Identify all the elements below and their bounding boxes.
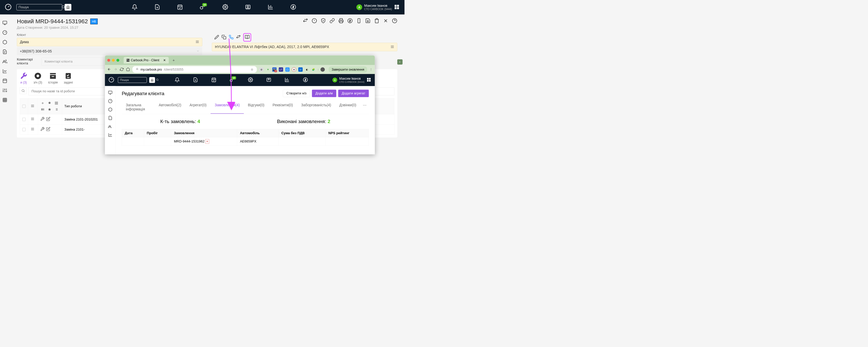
create-order-button[interactable]: Створити н/з [283, 90, 310, 97]
edit-icon[interactable] [46, 127, 51, 132]
new-tab-button[interactable]: + [173, 58, 175, 62]
ext-icon-1[interactable]: ⊘ [259, 67, 264, 72]
wrench-icon[interactable] [40, 127, 45, 132]
sidebar-sliders-icon[interactable] [0, 86, 9, 95]
edit-pencil-icon[interactable] [214, 35, 219, 40]
ext-icon-3[interactable]: 📷10 [272, 67, 277, 72]
inner-side-invoice-icon[interactable] [105, 114, 115, 122]
save-icon[interactable] [365, 18, 371, 24]
order-tab-history[interactable]: історія [48, 72, 58, 85]
contact-card-icon[interactable] [245, 4, 251, 10]
row-menu-icon[interactable] [31, 128, 34, 132]
tab-more[interactable]: ⋯ [360, 101, 369, 114]
edit-icon[interactable] [46, 117, 51, 122]
dollar-icon[interactable] [290, 4, 296, 10]
site-settings-icon[interactable] [136, 67, 138, 71]
apps-grid-icon[interactable] [394, 4, 400, 10]
book-open-icon[interactable] [245, 38, 250, 40]
inner-search-box[interactable] [118, 77, 147, 83]
tab-reviews[interactable]: Відгуки(0) [244, 101, 269, 114]
inner-dollar-icon[interactable] [303, 77, 308, 83]
chart-bar-icon[interactable] [268, 4, 273, 10]
ext-icon-2[interactable]: ▼ [266, 67, 270, 72]
inner-side-monitor-icon[interactable] [105, 88, 115, 97]
logo-speedometer-icon[interactable] [5, 4, 17, 11]
calendar-check-icon[interactable] [177, 4, 183, 10]
ext-icon-7[interactable]: U [298, 67, 303, 72]
tab-general[interactable]: Загальна інформація [122, 101, 155, 114]
inner-chart-icon[interactable] [284, 77, 290, 83]
tab-units[interactable]: Агрегат(0) [185, 101, 211, 114]
list-icon[interactable] [54, 107, 59, 112]
ext-icon-6[interactable]: ⊛ [292, 67, 296, 72]
add-document-icon[interactable] [154, 4, 160, 10]
inner-search-icon[interactable] [156, 78, 159, 82]
back-icon[interactable] [107, 67, 111, 72]
sidebar-monitor-icon[interactable] [0, 18, 9, 28]
print-icon[interactable] [339, 18, 344, 24]
transfer-icon[interactable] [303, 18, 308, 24]
tab-requisites[interactable]: Реквізити(0) [269, 101, 297, 114]
minimize-button[interactable]: ▾ [397, 59, 403, 65]
inner-contact-icon[interactable] [266, 77, 271, 83]
tab-debt[interactable]: Заборгованість(4) [297, 101, 335, 114]
inner-logo-icon[interactable] [108, 77, 118, 83]
menu-lines-icon[interactable] [195, 40, 199, 44]
star-icon[interactable] [47, 107, 52, 112]
home-icon[interactable] [126, 67, 130, 72]
vehicle-menu-icon[interactable] [390, 45, 394, 49]
checkbox-row[interactable] [22, 128, 26, 131]
inner-side-analytics-icon[interactable] [105, 131, 115, 139]
forward-icon[interactable] [114, 67, 117, 72]
traffic-yellow[interactable] [112, 59, 115, 62]
work-search-icon[interactable] [20, 87, 26, 94]
inner-key-icon[interactable]: 10 [230, 77, 235, 83]
url-bar[interactable]: my.carbook.pro/client/533055 ☆ [132, 66, 257, 73]
inner-bank-button[interactable] [149, 77, 155, 83]
profile-avatar-icon[interactable] [320, 67, 325, 72]
alert-circle-icon[interactable] [312, 18, 317, 24]
sidebar-calendar-icon[interactable] [0, 76, 9, 86]
star-bookmark-icon[interactable]: ☆ [251, 67, 253, 71]
dollar-action-icon[interactable] [347, 18, 353, 24]
sidebar-box-icon[interactable] [0, 37, 9, 47]
grid-small-icon[interactable] [54, 101, 59, 106]
key-icon[interactable]: 10 [200, 4, 205, 10]
ext-icon-8[interactable]: ◐ [305, 67, 309, 72]
skull-icon[interactable] [47, 101, 52, 106]
gear-icon[interactable] [222, 4, 228, 10]
order-tab-parts[interactable]: з/ч (3) [34, 72, 42, 85]
bank-button[interactable] [65, 4, 71, 10]
inner-gear-icon[interactable] [248, 77, 253, 83]
add-car-button[interactable]: Додати а/м [312, 90, 336, 97]
chevron-down-icon[interactable] [196, 49, 199, 53]
cell-order[interactable]: MRD-9444-1531962 + [171, 137, 237, 146]
browser-menu-icon[interactable]: ⋮ [370, 68, 372, 71]
trash-icon[interactable] [374, 18, 379, 24]
client-name-field[interactable]: Дима [17, 38, 202, 46]
close-tab-icon[interactable]: ✕ [163, 58, 166, 62]
user-area[interactable]: А Максим Іванов СТО CARBOOK (9444) [356, 4, 400, 10]
row-menu-icon[interactable] [31, 118, 34, 122]
link-icon[interactable] [330, 18, 335, 24]
search-input[interactable] [19, 5, 62, 9]
copy-icon[interactable] [222, 35, 226, 40]
inner-add-doc-icon[interactable] [193, 77, 198, 83]
close-icon[interactable] [383, 18, 389, 24]
sidebar-grid-icon[interactable] [0, 95, 9, 105]
inner-side-users-icon[interactable] [105, 122, 115, 131]
swap-icon[interactable] [236, 35, 241, 40]
search-box[interactable] [16, 4, 62, 10]
ext-icon-4[interactable]: LT [279, 67, 283, 72]
checkbox-row[interactable] [22, 118, 26, 121]
mobile-icon[interactable] [356, 18, 362, 24]
sort-icon[interactable] [31, 105, 34, 108]
inner-side-box-icon[interactable] [105, 105, 115, 114]
sidebar-analytics-icon[interactable] [0, 66, 9, 76]
inner-user-area[interactable]: А Максим Іванов СТО CARBOOK (9444) [332, 77, 371, 83]
plus-icon[interactable] [40, 101, 45, 106]
order-tab-tasks[interactable]: задачі [64, 72, 73, 85]
tab-cars[interactable]: Автомобілі(2) [155, 101, 185, 114]
inner-calendar-icon[interactable] [211, 77, 216, 83]
sidebar-invoice-icon[interactable] [0, 47, 9, 57]
